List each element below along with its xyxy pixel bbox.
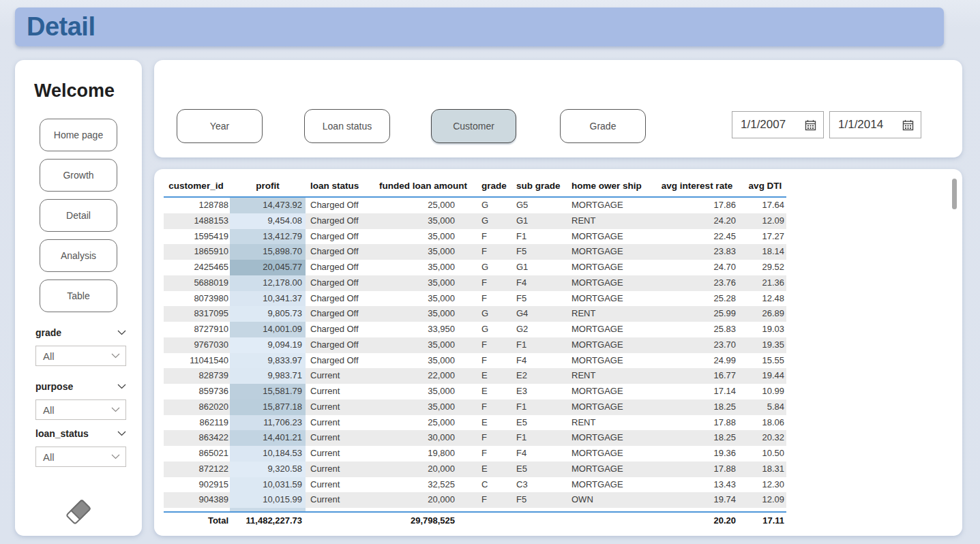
nav-button-analysis[interactable]: Analysis xyxy=(40,239,117,272)
nav-button-table[interactable]: Table xyxy=(40,279,117,312)
table-cell: MORTGAGE xyxy=(571,353,653,369)
column-header[interactable]: sub grade xyxy=(516,176,566,196)
slicer-dropdown-grade[interactable]: All xyxy=(35,346,126,366)
table-cell xyxy=(481,513,510,529)
column-header[interactable]: avg interest rate xyxy=(657,176,737,196)
table-cell: Current xyxy=(310,508,369,511)
column-header[interactable]: profit xyxy=(230,176,306,196)
filter-button-grade[interactable]: Grade xyxy=(560,109,646,143)
nav-button-home-page[interactable]: Home page xyxy=(40,119,117,151)
slicer-purpose: purposeAll xyxy=(35,381,126,420)
table-cell: G1 xyxy=(516,213,566,229)
column-header[interactable]: customer_id xyxy=(164,176,228,196)
table-cell: 29,798,525 xyxy=(372,513,474,529)
table-cell: 20.20 xyxy=(657,513,737,529)
table-cell: F1 xyxy=(516,508,566,511)
table-cell: 865021 xyxy=(164,446,228,462)
table-cell: 15.55 xyxy=(745,353,786,369)
column-header[interactable]: avg DTI xyxy=(745,176,786,196)
table-cell: 13,412.79 xyxy=(230,229,306,245)
table-cell: G xyxy=(481,260,510,275)
table-cell xyxy=(310,513,369,529)
table-cell: G xyxy=(481,306,510,322)
column-header[interactable]: home ower ship xyxy=(571,176,653,196)
table-cell: 15,581.79 xyxy=(230,384,306,399)
table-cell: F xyxy=(481,244,510,260)
table-cell: 22.45 xyxy=(657,229,737,245)
column-header[interactable]: grade xyxy=(481,176,510,196)
table-cell: 16.77 xyxy=(657,368,737,384)
table-cell: 32,525 xyxy=(372,477,474,493)
calendar-icon[interactable] xyxy=(902,119,914,131)
table-row: 97670309,094.19Charged Off35,000FF1MORTG… xyxy=(164,337,786,353)
table-cell: 18.25 xyxy=(657,399,737,415)
table-cell: MORTGAGE xyxy=(571,291,653,307)
table-cell: 9,454.08 xyxy=(230,213,306,229)
date-to-input[interactable]: 1/1/2014 xyxy=(829,111,921,138)
table-total-row: Total11,482,227.7329,798,52520.2017.11 xyxy=(164,513,786,529)
column-header[interactable]: loan status xyxy=(310,176,369,196)
table-cell: Current xyxy=(310,384,369,399)
table-cell: 14,001.09 xyxy=(230,322,306,337)
table-cell: 13.43 xyxy=(657,477,737,493)
table-cell: 1488153 xyxy=(164,213,228,229)
table-cell: Charged Off xyxy=(310,353,369,369)
clear-filters-button[interactable] xyxy=(15,496,142,528)
table-cell: RENT xyxy=(571,415,653,431)
table-cell: 23.76 xyxy=(657,275,737,291)
table-row: 8287399,983.71Current22,000EE2RENT16.771… xyxy=(164,368,786,384)
filter-button-year[interactable]: Year xyxy=(177,109,263,143)
table-cell: Charged Off xyxy=(310,244,369,260)
table-cell: MORTGAGE xyxy=(571,275,653,291)
slicer-dropdown-loan_status[interactable]: All xyxy=(35,447,126,467)
filter-button-customer[interactable]: Customer xyxy=(431,109,516,143)
table-cell: F5 xyxy=(516,291,566,307)
detail-table-panel: customer_idprofitloan statusfunded loan … xyxy=(154,169,962,536)
column-header[interactable]: funded loan amount xyxy=(372,176,474,196)
table-cell: MORTGAGE xyxy=(571,229,653,245)
table-cell: 862020 xyxy=(164,399,228,415)
nav-button-growth[interactable]: Growth xyxy=(40,159,117,192)
table-cell: 10.99 xyxy=(745,384,786,399)
slicer-title: purpose xyxy=(35,381,73,392)
table-cell: E xyxy=(481,368,510,384)
table-cell: 10,341.37 xyxy=(230,291,306,307)
table-cell: 19.03 xyxy=(657,508,737,511)
table-cell: Current xyxy=(310,430,369,446)
table-cell: 5688019 xyxy=(164,275,228,291)
table-cell: 20,000 xyxy=(372,462,474,477)
table-row: 8721229,320.58Current20,000EE5MORTGAGE17… xyxy=(164,462,786,477)
table-cell: 14,473.92 xyxy=(230,198,306,213)
date-from-input[interactable]: 1/1/2007 xyxy=(732,111,824,138)
table-cell: 2425465 xyxy=(164,260,228,275)
slicer-dropdown-purpose[interactable]: All xyxy=(35,399,126,420)
table-cell: Charged Off xyxy=(310,260,369,275)
table-cell: MORTGAGE xyxy=(571,430,653,446)
slicer-label[interactable]: loan_status xyxy=(35,428,126,439)
table-cell: Charged Off xyxy=(310,229,369,245)
table-cell: Current xyxy=(310,399,369,415)
nav-button-detail[interactable]: Detail xyxy=(40,199,117,232)
table-cell: 862119 xyxy=(164,415,228,431)
table-cell: F4 xyxy=(516,275,566,291)
table-cell: 22,000 xyxy=(372,368,474,384)
table-cell: G xyxy=(481,322,510,337)
table-cell: 35,000 xyxy=(372,291,474,307)
table-cell: 12,178.00 xyxy=(230,275,306,291)
filter-button-loan-status[interactable]: Loan status xyxy=(304,109,390,143)
table-cell: MORTGAGE xyxy=(571,508,653,511)
calendar-icon[interactable] xyxy=(805,119,816,131)
table-cell: F1 xyxy=(516,229,566,245)
table-cell: MORTGAGE xyxy=(571,477,653,493)
table-cell: 18.14 xyxy=(745,244,786,260)
table-cell: F5 xyxy=(516,492,566,508)
table-cell: C3 xyxy=(516,477,566,493)
table-cell: Charged Off xyxy=(310,198,369,213)
slicer-grade: gradeAll xyxy=(35,327,126,366)
slicer-label[interactable]: purpose xyxy=(35,381,126,392)
slicer-label[interactable]: grade xyxy=(35,327,126,338)
table-scrollbar-thumb[interactable] xyxy=(952,179,957,209)
table-cell: 11,482,227.73 xyxy=(230,513,306,529)
table-cell: G xyxy=(481,198,510,213)
table-cell: 128788 xyxy=(164,198,228,213)
